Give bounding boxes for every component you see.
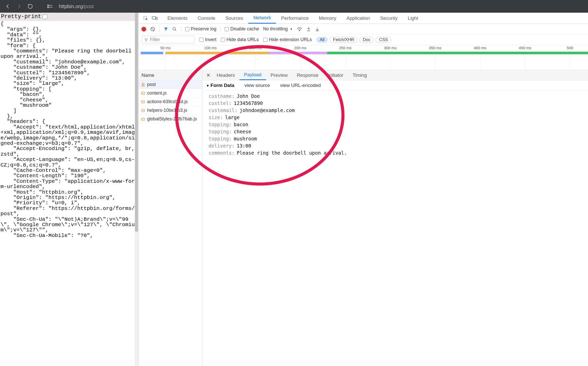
devtools-tab-performance[interactable]: Performance [276,13,314,24]
type-pill-css[interactable]: CSS [376,37,391,43]
network-conditions-icon[interactable] [297,27,302,31]
devtools-tab-elements[interactable]: Elements [162,13,193,24]
detail-tab-timing[interactable]: Timing [348,70,371,80]
scrollbar-thumb[interactable] [135,13,138,232]
svg-rect-6 [156,17,157,20]
back-button[interactable] [5,3,11,10]
timeline-overview [139,51,588,55]
timeline-waterfall [139,55,588,70]
throttling-select[interactable]: No throttling ▼ [263,26,293,32]
request-label: globalStyles-22fb76ab.js [147,116,197,122]
type-pill-fetch-xhr[interactable]: Fetch/XHR [330,37,357,43]
reload-button[interactable] [27,3,33,10]
request-row[interactable]: globalStyles-22fb76ab.js [139,115,202,123]
time-tick: 500 [567,46,573,50]
form-data-row: topping:mushroom [209,135,584,142]
form-data-title[interactable]: ▼Form Data [206,83,234,88]
site-info-icon[interactable] [47,3,53,10]
forward-button[interactable] [16,3,22,10]
clear-button[interactable] [150,27,155,32]
time-tick: 400 ms [474,46,486,50]
form-data-value: 1234567890 [234,100,263,106]
form-data-key: topping: [209,136,232,141]
search-icon[interactable] [172,27,177,31]
devtools-tab-application[interactable]: Application [341,13,375,24]
detail-tabbar: ✕ HeadersPayloadPreviewResponseInitiator… [202,70,588,80]
detail-tab-preview[interactable]: Preview [266,70,292,80]
devtools-tab-network[interactable]: Network [248,13,276,24]
export-har-icon[interactable] [315,27,320,31]
request-row[interactable]: helpers-10be1fb3.js [139,106,202,115]
svg-rect-1 [47,7,49,8]
devtools-tab-security[interactable]: Security [375,13,403,24]
form-data-value: John Doe [237,93,260,99]
detail-tab-payload[interactable]: Payload [239,70,266,80]
devtools-tab-console[interactable]: Console [193,13,220,24]
request-row[interactable]: post [139,80,202,89]
network-timeline[interactable]: 50 ms100 ms150 ms200 ms250 ms300 ms350 m… [139,45,588,70]
devtools-panel: ElementsConsoleSourcesNetworkPerformance… [139,13,588,366]
form-data-row: delivery:13:00 [209,142,584,149]
network-toolbar: Preserve log Disable cache No throttling… [139,24,588,34]
import-har-icon[interactable] [306,27,311,31]
pretty-print-label: Pretty-print [1,13,41,20]
type-pill-doc[interactable]: Doc [359,37,374,43]
detail-tab-initiator[interactable]: Initiator [323,70,348,80]
request-label: post [147,82,156,87]
script-icon [141,117,145,121]
svg-point-9 [173,27,176,30]
request-row[interactable]: content.js [139,89,202,98]
page-content: Pretty-print { "args": {}, "data": "", "… [0,13,139,366]
browser-toolbar: httpbin.org/post [0,0,588,13]
payload-header: ▼Form Data view source view URL-encoded [202,80,588,90]
script-icon [141,108,145,113]
form-data-row: custtel:1234567890 [209,100,584,107]
hide-data-urls-checkbox[interactable]: Hide data URLs [221,37,259,42]
time-tick: 450 ms [519,46,531,50]
filter-toggle-icon[interactable] [164,27,168,31]
devtools-tab-memory[interactable]: Memory [314,13,341,24]
form-data-value: cheese [234,129,251,134]
form-data-value: Please ring the doorbell upon arrival. [237,150,347,156]
close-detail-button[interactable]: ✕ [204,72,212,78]
address-bar[interactable]: httpbin.org/post [59,4,94,9]
type-pill-all[interactable]: All [316,37,328,43]
time-tick: 250 ms [339,46,352,50]
detail-tab-headers[interactable]: Headers [212,70,239,80]
form-data-key: comments: [209,150,235,156]
page-scrollbar[interactable] [135,13,138,366]
device-toggle-icon[interactable] [150,13,159,24]
devtools-tab-light[interactable]: Light [403,13,423,24]
request-label: actions-639cd34d.js [147,99,188,104]
disable-cache-checkbox[interactable]: Disable cache [225,26,259,32]
hide-extension-urls-checkbox[interactable]: Hide extension URLs [263,37,312,42]
form-data-row: comments:Please ring the doorbell upon a… [209,149,584,156]
form-data-row: topping:bacon [209,121,584,128]
form-data-key: size: [209,115,223,120]
pretty-print-bar: Pretty-print [0,13,138,21]
filter-input[interactable]: Filter [142,36,195,43]
detail-tab-response[interactable]: Response [292,70,323,80]
script-icon [141,91,145,95]
network-filter-bar: Filter Invert Hide data URLs Hide extens… [139,34,588,45]
record-button[interactable] [142,27,146,31]
request-row[interactable]: actions-639cd34d.js [139,98,202,106]
pretty-print-checkbox[interactable] [43,14,47,19]
preserve-log-checkbox[interactable]: Preserve log [185,26,216,32]
time-tick: 300 ms [384,46,396,50]
svg-point-11 [299,30,300,31]
svg-rect-5 [152,16,156,19]
request-list-header[interactable]: Name [139,70,202,80]
view-url-encoded-link[interactable]: view URL-encoded [280,83,321,88]
url-path: /post [83,4,94,9]
time-tick: 350 ms [429,46,441,50]
request-detail: ✕ HeadersPayloadPreviewResponseInitiator… [202,70,588,366]
view-source-link[interactable]: view source [245,83,270,88]
request-label: helpers-10be1fb3.js [147,108,187,113]
request-label: content.js [147,90,167,96]
invert-checkbox[interactable]: Invert [199,37,216,42]
form-data-key: delivery: [209,143,235,149]
time-tick: 200 ms [294,46,306,50]
devtools-tab-sources[interactable]: Sources [220,13,248,24]
inspect-icon[interactable] [141,13,150,24]
